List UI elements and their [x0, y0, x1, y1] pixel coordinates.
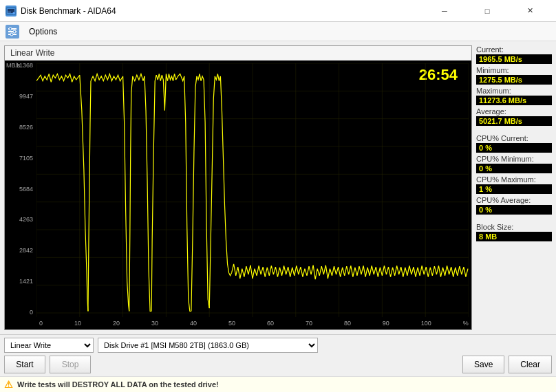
main-panel: Linear Write MB/s 26:54 11368 9947 8526 …	[0, 41, 556, 334]
save-button[interactable]: Save	[462, 356, 504, 373]
x-label-10: 10	[74, 320, 81, 327]
y-label-0: 11368	[6, 62, 35, 69]
warning-bar: ⚠ Write tests will DESTROY ALL DATA on t…	[0, 376, 556, 392]
stop-button[interactable]: Stop	[50, 356, 91, 373]
cpu-average-value: 0 %	[476, 205, 552, 215]
close-button[interactable]: ✕	[509, 4, 550, 18]
content-area: Linear Write MB/s 26:54 11368 9947 8526 …	[0, 41, 556, 392]
stat-cpu-average: CPU% Average: 0 %	[476, 196, 552, 215]
x-label-100: 100	[421, 320, 431, 327]
cpu-minimum-value: 0 %	[476, 164, 552, 173]
menu-bar: Options	[0, 22, 556, 41]
maximum-label: Maximum:	[476, 87, 552, 95]
cpu-average-label: CPU% Average:	[476, 196, 552, 204]
chart-section: Linear Write MB/s 26:54 11368 9947 8526 …	[4, 45, 472, 330]
y-label-8: 0	[6, 309, 35, 316]
y-label-5: 4263	[6, 216, 35, 223]
block-size-label: Block Size:	[476, 223, 552, 231]
y-label-3: 7105	[6, 155, 35, 162]
title-bar: Disk Benchmark - AIDA64 ─ □ ✕	[0, 0, 556, 22]
stat-minimum: Minimum: 1275.5 MB/s	[476, 66, 552, 85]
chart-container: MB/s 26:54 11368 9947 8526 7105 5684 426…	[5, 61, 471, 329]
current-value: 1965.5 MB/s	[476, 54, 552, 64]
stat-cpu-minimum: CPU% Minimum: 0 %	[476, 155, 552, 173]
stat-block-size: Block Size: 8 MB	[476, 223, 552, 241]
controls-row2: Start Stop Save Clear	[4, 356, 552, 373]
x-axis-labels: 0 10 20 30 40 50 60 70 80 90 100 %	[36, 317, 471, 329]
cpu-maximum-label: CPU% Maximum:	[476, 175, 552, 184]
chart-svg	[36, 63, 469, 317]
y-label-6: 2842	[6, 247, 35, 254]
minimum-label: Minimum:	[476, 66, 552, 74]
warning-icon: ⚠	[4, 379, 13, 390]
y-label-2: 8526	[6, 124, 35, 131]
x-label-40: 40	[190, 320, 197, 327]
x-label-60: 60	[267, 320, 274, 327]
clear-button[interactable]: Clear	[509, 356, 552, 373]
x-label-0: 0	[39, 320, 43, 327]
bottom-controls: Linear Write Linear Read Random Read Ran…	[0, 334, 556, 376]
minimize-button[interactable]: ─	[424, 4, 465, 18]
stat-average: Average: 5021.7 MB/s	[476, 107, 552, 126]
cpu-current-label: CPU% Current:	[476, 134, 552, 142]
stat-cpu-maximum: CPU% Maximum: 1 %	[476, 175, 552, 194]
y-label-7: 1421	[6, 278, 35, 285]
stat-maximum: Maximum: 11273.6 MB/s	[476, 87, 552, 105]
x-label-50: 50	[228, 320, 235, 327]
start-button[interactable]: Start	[4, 356, 45, 373]
stats-panel: Current: 1965.5 MB/s Minimum: 1275.5 MB/…	[476, 45, 552, 330]
svg-point-9	[10, 33, 13, 36]
x-label-pct: %	[463, 320, 469, 327]
options-menu[interactable]: Options	[23, 25, 63, 39]
chart-title: Linear Write	[5, 46, 471, 61]
x-label-70: 70	[306, 320, 312, 327]
stat-cpu-current: CPU% Current: 0 %	[476, 134, 552, 153]
y-axis-labels: 11368 9947 8526 7105 5684 4263 2842 1421…	[5, 61, 36, 317]
cpu-current-value: 0 %	[476, 143, 552, 153]
x-label-30: 30	[151, 320, 158, 327]
y-label-4: 5684	[6, 186, 35, 193]
y-label-1: 9947	[6, 93, 35, 100]
cpu-minimum-label: CPU% Minimum:	[476, 155, 552, 163]
controls-row1: Linear Write Linear Read Random Read Ran…	[4, 338, 552, 353]
maximum-value: 11273.6 MB/s	[476, 96, 552, 105]
minimum-value: 1275.5 MB/s	[476, 75, 552, 85]
title-bar-left: Disk Benchmark - AIDA64	[6, 6, 116, 17]
warning-text: Write tests will DESTROY ALL DATA on the…	[17, 380, 219, 389]
svg-point-7	[9, 28, 12, 30]
x-label-80: 80	[344, 320, 351, 327]
x-label-20: 20	[113, 320, 120, 327]
average-value: 5021.7 MB/s	[476, 116, 552, 126]
svg-point-2	[13, 12, 15, 14]
options-icon	[6, 25, 19, 39]
app-icon	[6, 6, 17, 17]
cpu-maximum-value: 1 %	[476, 184, 552, 194]
block-size-value: 8 MB	[476, 232, 552, 241]
maximize-button[interactable]: □	[467, 4, 508, 18]
svg-rect-3	[8, 12, 11, 12]
average-label: Average:	[476, 107, 552, 116]
stat-current: Current: 1965.5 MB/s	[476, 45, 552, 64]
current-label: Current:	[476, 45, 552, 54]
svg-point-8	[13, 30, 16, 33]
test-select[interactable]: Linear Write Linear Read Random Read Ran…	[4, 338, 94, 353]
chart-inner	[36, 63, 469, 317]
x-label-90: 90	[383, 320, 389, 327]
drive-select[interactable]: Disk Drive #1 [MSI M580 2TB] (1863.0 GB)	[98, 338, 318, 353]
app-title: Disk Benchmark - AIDA64	[21, 6, 116, 16]
window-controls: ─ □ ✕	[424, 4, 550, 18]
